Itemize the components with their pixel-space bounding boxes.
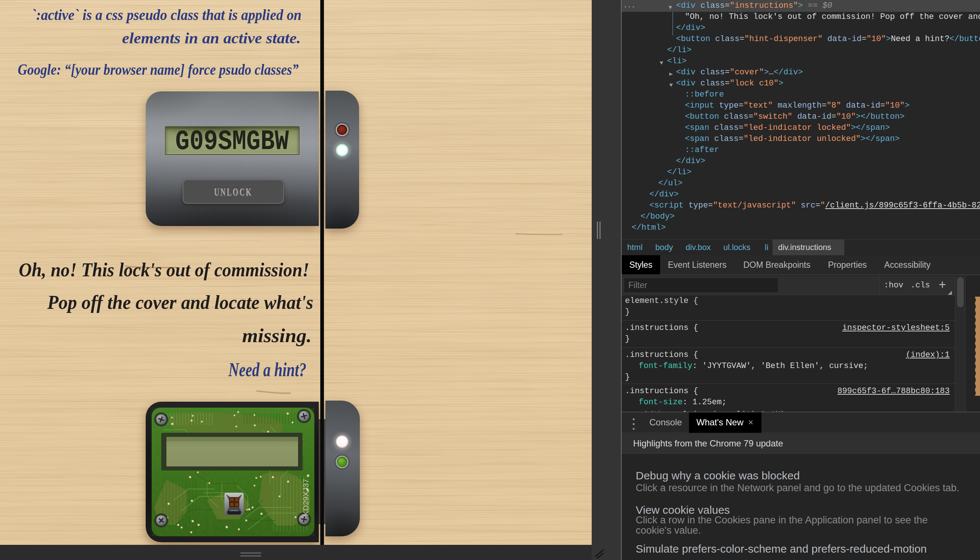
svg-text:KD29XJ37: KD29XJ37	[301, 479, 310, 516]
